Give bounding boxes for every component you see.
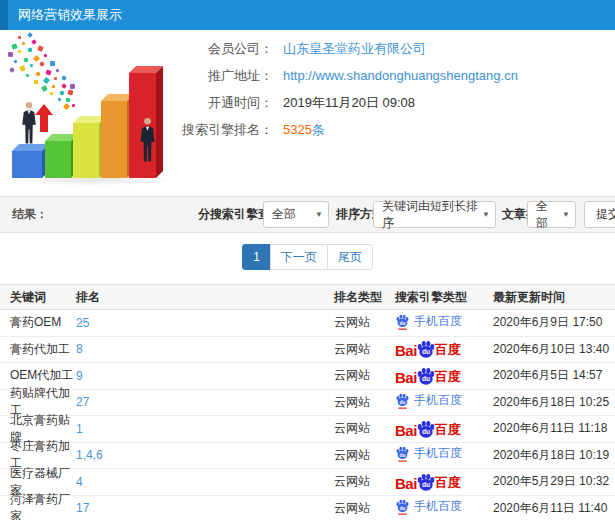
- keyword-cell: 膏药OEM: [0, 314, 76, 331]
- header-rank: 排名: [76, 289, 334, 306]
- baidu-paw-icon: du: [395, 313, 410, 330]
- rank-cell: 25: [76, 316, 334, 330]
- title-bar: 网络营销效果展示: [0, 0, 615, 30]
- baidu-paw-icon: du: [395, 445, 410, 462]
- info-row-rank: 搜索引擎排名： 5325 条: [178, 116, 613, 143]
- next-page-button[interactable]: 下一页: [270, 244, 328, 270]
- article-type-select[interactable]: 全部 ▼: [527, 201, 576, 228]
- header-rank-type: 排名类型: [334, 289, 395, 306]
- baidu-bai-text: Bai: [395, 369, 417, 386]
- svg-text:du: du: [400, 400, 406, 405]
- mobile-baidu-label: 手机百度: [414, 392, 462, 409]
- sort-value: 关键词由短到长排序: [382, 198, 479, 232]
- baidu-bai-text: Bai: [395, 342, 417, 359]
- submit-button[interactable]: 提交: [584, 201, 615, 228]
- keyword-cell: OEM代加工: [0, 367, 76, 384]
- svg-text:du: du: [422, 428, 430, 435]
- chevron-down-icon: ▼: [562, 210, 570, 219]
- page-title: 网络营销效果展示: [18, 0, 122, 30]
- svg-text:du: du: [400, 453, 406, 458]
- updated-cell: 2020年6月10日 13:40: [493, 341, 615, 358]
- article-type-value: 全部: [536, 198, 559, 232]
- baidu-paw-icon: du: [416, 366, 436, 386]
- keyword-cell: 菏泽膏药厂家: [0, 491, 76, 520]
- svg-text:du: du: [422, 375, 430, 382]
- baidu-cn-text: 百度: [435, 341, 461, 359]
- engine-cell: du 手机百度 Bai du: [395, 339, 493, 359]
- engine-cell: du 手机百度 Bai du: [395, 313, 493, 333]
- opened-value: 2019年11月20日 09:08: [283, 94, 415, 112]
- info-row-opened: 开通时间： 2019年11月20日 09:08: [178, 89, 613, 116]
- engine-cell: du 手机百度 Bai du: [395, 419, 493, 439]
- baidu-bai-text: Bai: [395, 475, 417, 492]
- engine-cell: du 手机百度 Bai du: [395, 498, 493, 518]
- table-row: 菏泽膏药厂家 17 云网站 du: [0, 496, 615, 520]
- title-bar-accent: [0, 0, 8, 30]
- rank-type-cell: 云网站: [334, 394, 395, 411]
- info-row-company: 会员公司： 山东皇圣堂药业有限公司: [178, 35, 613, 62]
- engine-filter-value: 全部: [272, 206, 296, 223]
- opened-label: 开通时间：: [178, 94, 273, 112]
- table-row: 膏药OEM 25 云网站 du: [0, 310, 615, 337]
- sort-select[interactable]: 关键词由短到长排序 ▼: [373, 201, 496, 228]
- chart-bar-4: [101, 101, 127, 178]
- baidu-logo: Bai du 百度: [395, 472, 461, 492]
- table-row: 膏药代加工 8 云网站 du: [0, 337, 615, 364]
- rank-cell: 8: [76, 342, 334, 356]
- result-label: 结果：: [12, 197, 48, 232]
- baidu-cn-text: 百度: [435, 368, 461, 386]
- rank-link[interactable]: 9: [76, 369, 83, 383]
- svg-text:du: du: [422, 481, 430, 488]
- company-label: 会员公司：: [178, 40, 273, 58]
- engine-cell: du 手机百度 Bai du: [395, 472, 493, 492]
- table-row: 枣庄膏药加工 1,4,6 云网站 du: [0, 443, 615, 470]
- rank-cell: 27: [76, 395, 334, 409]
- rank-link[interactable]: 25: [76, 316, 89, 330]
- updated-cell: 2020年6月18日 10:25: [493, 394, 615, 411]
- company-link[interactable]: 山东皇圣堂药业有限公司: [283, 40, 426, 58]
- mobile-baidu-badge: du 手机百度: [395, 313, 462, 330]
- header-keyword: 关键词: [0, 289, 76, 306]
- baidu-logo: Bai du 百度: [395, 419, 461, 439]
- baidu-cn-text: 百度: [435, 421, 461, 439]
- table-body: 膏药OEM 25 云网站 du: [0, 310, 615, 520]
- rank-cell: 1,4,6: [76, 448, 334, 462]
- results-table: 关键词 排名 排名类型 搜索引擎类型 最新更新时间 膏药OEM 25 云网站: [0, 284, 615, 520]
- updated-cell: 2020年6月5日 14:57: [493, 367, 615, 384]
- engine-filter-select[interactable]: 全部 ▼: [263, 201, 329, 228]
- engine-cell: du 手机百度 Bai du: [395, 445, 493, 465]
- rank-link[interactable]: 17: [76, 501, 89, 515]
- rank-cell: 4: [76, 475, 334, 489]
- updated-cell: 2020年5月29日 10:32: [493, 473, 615, 490]
- engine-cell: du 手机百度 Bai du: [395, 366, 493, 386]
- header-updated: 最新更新时间: [493, 289, 615, 306]
- header-engine: 搜索引擎类型: [395, 289, 493, 306]
- last-page-button[interactable]: 尾页: [327, 244, 373, 270]
- rank-link[interactable]: 27: [76, 395, 89, 409]
- rank-link[interactable]: 4: [76, 475, 83, 489]
- rank-link[interactable]: 8: [76, 342, 83, 356]
- chart-bar-3: [73, 123, 99, 178]
- mobile-baidu-label: 手机百度: [414, 498, 462, 515]
- rank-link[interactable]: 1,4,6: [76, 448, 103, 462]
- rank-cell: 17: [76, 501, 334, 515]
- promotion-url-link[interactable]: http://www.shandonghuangshengtang.cn: [283, 68, 518, 83]
- rank-link[interactable]: 1: [76, 422, 83, 436]
- rank-cell: 9: [76, 369, 334, 383]
- rank-type-cell: 云网站: [334, 473, 395, 490]
- table-row: 药贴牌代加工 27 云网站 du: [0, 390, 615, 417]
- baidu-paw-icon: du: [416, 472, 436, 492]
- baidu-bai-text: Bai: [395, 422, 417, 439]
- info-row-url: 推广地址： http://www.shandonghuangshengtang.…: [178, 62, 613, 89]
- businessman-right: [138, 116, 157, 170]
- table-header: 关键词 排名 排名类型 搜索引擎类型 最新更新时间: [0, 284, 615, 310]
- url-label: 推广地址：: [178, 67, 273, 85]
- svg-text:du: du: [400, 506, 406, 511]
- rank-type-cell: 云网站: [334, 420, 395, 437]
- page: 网络营销效果展示: [0, 0, 615, 520]
- rank-cell: 1: [76, 422, 334, 436]
- page-1-button[interactable]: 1: [242, 244, 271, 270]
- baidu-logo: Bai du 百度: [395, 339, 461, 359]
- engine-cell: du 手机百度 Bai du: [395, 392, 493, 412]
- mobile-baidu-badge: du 手机百度: [395, 392, 462, 409]
